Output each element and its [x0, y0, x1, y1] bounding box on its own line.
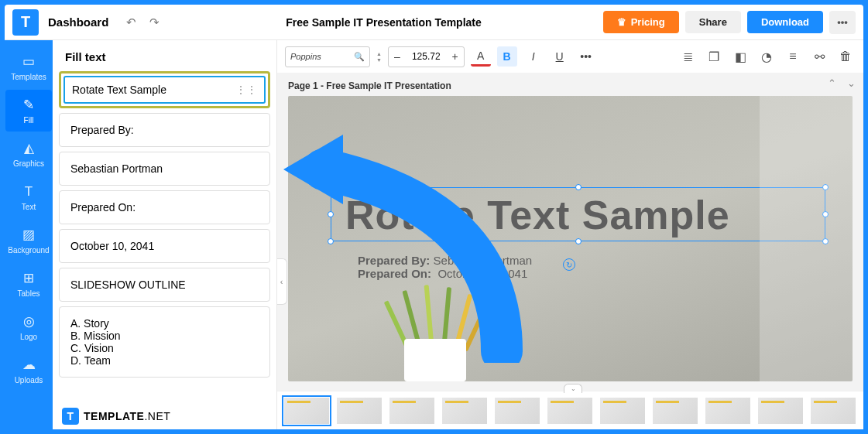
fill-item[interactable]: SLIDESHOW OUTLINE — [59, 268, 270, 302]
background-icon: ▨ — [22, 227, 35, 243]
fill-text-panel: Fill text Rotate Text Sample ⋮⋮ Prepared… — [53, 40, 277, 429]
uploads-icon: ☁ — [22, 357, 36, 373]
text-icon: T — [25, 184, 33, 200]
fill-item[interactable]: Prepared On: — [59, 190, 270, 224]
font-size-value[interactable]: 125.72 — [406, 51, 447, 62]
app-logo[interactable]: T — [12, 9, 39, 36]
page-down-button[interactable]: ⌄ — [847, 77, 856, 89]
brand-icon: T — [62, 408, 79, 425]
slide-thumbnail[interactable] — [705, 397, 751, 425]
decor-pencil-cup — [381, 289, 520, 381]
sidebar-item-logo[interactable]: ◎Logo — [5, 306, 52, 348]
more-button[interactable]: ••• — [829, 11, 856, 34]
document-title: Free Sample IT Presentation Template — [164, 16, 602, 29]
text-toolbar: Poppins 🔍 ▲▼ – 125.72 + A B I U ••• ≣ ❐ … — [277, 40, 863, 73]
bold-button[interactable]: B — [497, 46, 517, 67]
delete-icon[interactable]: 🗑 — [835, 46, 856, 67]
sidebar-item-tables[interactable]: ⊞Tables — [5, 263, 52, 305]
slide-thumbnail[interactable] — [652, 397, 698, 425]
font-size-box: – 125.72 + — [388, 46, 465, 67]
panel-header: Fill text — [53, 40, 276, 71]
sidebar-item-text[interactable]: TText — [5, 176, 52, 218]
left-rail: ▭Templates ✎Fill ◭Graphics TText ▨Backgr… — [5, 40, 53, 429]
page-up-button[interactable]: ⌃ — [828, 77, 836, 89]
topbar: T Dashboard ↶ ↷ Free Sample IT Presentat… — [5, 5, 863, 40]
search-icon: 🔍 — [354, 52, 365, 62]
slide-canvas[interactable]: Rotate Text Sample Prepared By: Sebastia… — [288, 96, 853, 381]
underline-button[interactable]: U — [550, 46, 570, 67]
slide-thumbnail[interactable] — [441, 397, 488, 425]
share-button[interactable]: Share — [685, 11, 741, 33]
slide-thumbnail[interactable] — [389, 397, 435, 425]
size-increase-button[interactable]: + — [447, 47, 464, 67]
slide-thumbnail[interactable] — [599, 397, 646, 425]
canvas-area[interactable]: Page 1 - Free Sample IT Presentation ⌃ ⌄… — [277, 73, 863, 391]
fill-item-text: Rotate Text Sample — [72, 84, 166, 96]
sidebar-item-graphics[interactable]: ◭Graphics — [5, 133, 52, 175]
italic-button[interactable]: I — [523, 46, 544, 67]
slide-metadata: Prepared By: Sebastian Portman Prepared … — [358, 254, 532, 280]
fill-item[interactable]: Sebastian Portman — [59, 152, 270, 186]
opacity-icon[interactable]: ◔ — [756, 46, 777, 67]
copy-icon[interactable]: ❐ — [704, 46, 724, 67]
slide-title[interactable]: Rotate Text Sample — [331, 188, 825, 242]
font-selector[interactable]: Poppins 🔍 — [285, 46, 370, 67]
template-brand: T TEMPLATE.NET — [62, 408, 170, 425]
sidebar-item-fill[interactable]: ✎Fill — [5, 90, 52, 132]
layer-icon[interactable]: ◧ — [730, 46, 750, 67]
fill-item[interactable]: A. Story B. Mission C. Vision D. Team — [59, 306, 270, 378]
slide-thumbnail[interactable] — [494, 397, 540, 425]
slide-thumbnail[interactable] — [810, 397, 856, 425]
slide-thumbnail[interactable] — [757, 397, 804, 425]
font-stepper[interactable]: ▲▼ — [376, 51, 382, 63]
align-icon[interactable]: ≡ — [783, 46, 803, 67]
page-name[interactable]: Dashboard — [48, 15, 108, 29]
rotate-handle-icon[interactable]: ↻ — [563, 258, 575, 271]
graphics-icon: ◭ — [24, 140, 34, 156]
sidebar-item-uploads[interactable]: ☁Uploads — [5, 350, 52, 391]
collapse-panel-button[interactable]: ‹ — [277, 258, 287, 305]
link-icon[interactable]: ⚯ — [809, 46, 829, 67]
slide-thumbnail[interactable] — [336, 397, 383, 425]
fill-item[interactable]: Prepared By: — [59, 113, 270, 147]
size-decrease-button[interactable]: – — [389, 47, 406, 67]
fill-item[interactable]: October 10, 2041 — [59, 229, 270, 263]
redo-button[interactable]: ↷ — [144, 12, 164, 32]
selection-box[interactable]: Rotate Text Sample — [331, 187, 825, 241]
crown-icon: ♛ — [617, 16, 626, 28]
text-color-button[interactable]: A — [471, 46, 491, 67]
filter-icon[interactable]: ≣ — [678, 46, 698, 67]
thumbnail-strip: ⌄ — [277, 391, 863, 429]
templates-icon: ▭ — [22, 53, 35, 70]
more-format-button[interactable]: ••• — [576, 46, 596, 67]
download-button[interactable]: Download — [747, 11, 823, 33]
page-label: Page 1 - Free Sample IT Presentation — [288, 80, 451, 91]
pencil-icon: ✎ — [23, 97, 34, 113]
pricing-button[interactable]: ♛ Pricing — [603, 11, 679, 33]
slide-thumbnail[interactable] — [283, 397, 330, 425]
fill-item-selected[interactable]: Rotate Text Sample ⋮⋮ — [59, 71, 270, 108]
sidebar-item-templates[interactable]: ▭Templates — [5, 46, 52, 88]
sidebar-item-background[interactable]: ▨Background — [5, 220, 52, 261]
slide-thumbnail[interactable] — [547, 397, 593, 425]
undo-button[interactable]: ↶ — [121, 12, 141, 32]
drag-handle-icon[interactable]: ⋮⋮ — [235, 84, 257, 96]
tables-icon: ⊞ — [23, 270, 34, 286]
logo-icon: ◎ — [23, 313, 35, 330]
page-nav: ⌃ ⌄ — [828, 77, 856, 89]
page-handle[interactable]: ⌄ — [564, 384, 582, 393]
